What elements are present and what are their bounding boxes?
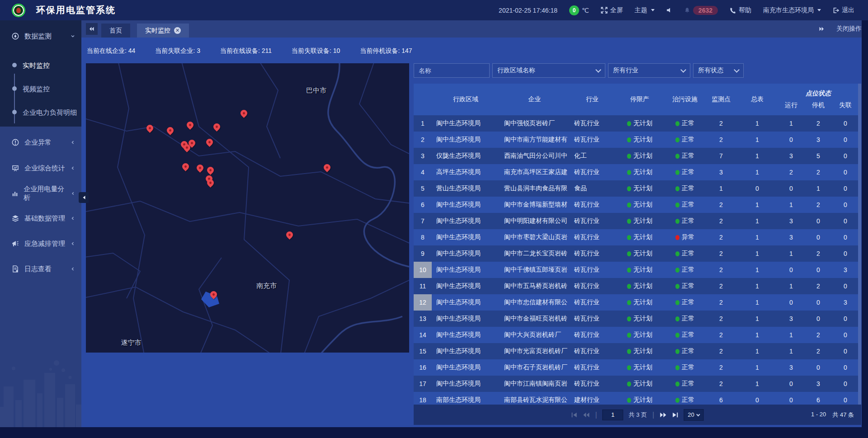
map-marker[interactable]	[207, 179, 214, 187]
table-scrollbar[interactable]	[858, 84, 861, 405]
page-size-select[interactable]: 20	[684, 409, 703, 421]
map-marker[interactable]	[206, 139, 213, 146]
status-dot-icon	[675, 154, 679, 159]
map-marker[interactable]	[241, 110, 248, 117]
sidebar-item-power-usage-analysis[interactable]: 企业用电量分析	[0, 184, 81, 203]
table-row[interactable]: 13 阆中生态环境局 阆中市金福旺页岩机砖 砖瓦行业 无计划 正常 2 1 3 …	[414, 311, 861, 327]
cell-points: 2	[705, 132, 737, 148]
table-row[interactable]: 12 阆中生态环境局 阆中市忠信建材有限公 砖瓦行业 无计划 正常 2 1 0 …	[414, 294, 861, 311]
map-marker[interactable]	[182, 163, 189, 170]
table-row[interactable]: 17 阆中生态环境局 阆中市江南镇阆南页岩 砖瓦行业 无计划 正常 2 1 0 …	[414, 376, 861, 392]
col-points[interactable]: 监测点	[705, 84, 737, 115]
map-canvas[interactable]: 巴中市南充市遂宁市	[86, 63, 409, 353]
map-marker[interactable]	[189, 140, 196, 147]
status-dot-icon	[627, 203, 631, 207]
status-dot-icon	[627, 137, 631, 142]
map-marker[interactable]	[167, 127, 174, 134]
mute-button[interactable]	[666, 7, 672, 13]
sidebar-item-emergency-reduction[interactable]: 应急减排管理	[0, 235, 81, 253]
table-row[interactable]: 10 阆中生态环境局 阆中千佛镇五郎垭页岩 砖瓦行业 无计划 正常 2 1 0 …	[414, 262, 861, 278]
temperature-badge: 0	[569, 5, 579, 15]
col-production[interactable]: 停限产	[615, 84, 665, 115]
row-index: 6	[414, 197, 432, 213]
chevron-left-icon	[71, 241, 75, 246]
sidebar-item-base-data-management[interactable]: 基础数据管理	[0, 209, 81, 227]
cell-running: 1	[778, 343, 805, 359]
map-marker[interactable]	[146, 125, 154, 132]
tab-home[interactable]: 首页	[101, 24, 130, 38]
table-row[interactable]: 11 阆中生态环境局 阆中市五马桥页岩机砖 砖瓦行业 无计划 正常 2 1 1 …	[414, 278, 861, 294]
cell-industry: 砖瓦行业	[570, 245, 615, 262]
map-marker[interactable]	[210, 291, 217, 298]
col-running[interactable]: 运行	[778, 101, 805, 109]
map-marker[interactable]	[324, 164, 331, 171]
table-row[interactable]: 2 阆中生态环境局 阆中市南方节能建材有 砖瓦行业 无计划 正常 2 1 0 3…	[414, 132, 861, 148]
tab-realtime-monitoring[interactable]: 实时监控 ✕	[137, 24, 189, 38]
table-row[interactable]: 18 南部生态环境局 南部县砖瓦水泥有限公 建材行业 无计划 正常 6 0 0 …	[414, 392, 861, 405]
exit-button[interactable]: 退出	[833, 6, 854, 14]
sidebar-item-data-monitoring[interactable]: 数据监测	[0, 27, 81, 45]
notification-count-badge: 2632	[693, 6, 718, 15]
cell-industry: 砖瓦行业	[570, 376, 615, 392]
theme-dropdown[interactable]: 主题	[635, 6, 655, 14]
map-marker[interactable]	[197, 165, 204, 172]
tabs-scroll-left-button[interactable]	[86, 23, 98, 35]
cell-meters: 0	[737, 180, 778, 197]
cell-lost: 0	[832, 115, 859, 132]
table-row[interactable]: 4 高坪生态环境局 南充市高坪区王家店建 砖瓦行业 无计划 正常 3 1 2 2…	[414, 164, 861, 180]
map-marker[interactable]	[207, 167, 214, 174]
sidebar-item-realtime-monitoring[interactable]: 实时监控	[23, 61, 50, 70]
col-region[interactable]: 行政区域	[432, 84, 500, 115]
help-button[interactable]: 帮助	[730, 6, 751, 14]
cell-facility-status: 正常	[665, 278, 705, 294]
table-row[interactable]: 7 阆中生态环境局 阆中明阳建材有限公司 砖瓦行业 无计划 正常 2 1 3 0…	[414, 213, 861, 229]
col-industry[interactable]: 行业	[570, 84, 615, 115]
map-marker[interactable]	[286, 231, 293, 239]
last-page-button[interactable]	[672, 412, 678, 418]
col-facility[interactable]: 治污设施	[665, 84, 705, 115]
cell-points: 1	[705, 180, 737, 197]
page-number-input[interactable]	[603, 410, 623, 420]
sidebar-item-log-viewer[interactable]: 日志查看	[0, 260, 81, 278]
table-row[interactable]: 15 阆中生态环境局 阆中市光富页岩机砖厂 砖瓦行业 无计划 正常 2 1 1 …	[414, 343, 861, 359]
sidebar-item-enterprise-anomaly[interactable]: 企业异常	[0, 133, 81, 151]
first-page-button[interactable]	[571, 412, 577, 418]
org-dropdown[interactable]: 南充市生态环境局	[763, 6, 821, 14]
prev-page-button[interactable]	[583, 412, 590, 418]
notifications[interactable]: 2632	[684, 6, 718, 15]
fullscreen-button[interactable]: 全屏	[601, 6, 623, 14]
table-row[interactable]: 8 阆中生态环境局 阆中市枣碧大梁山页岩 砖瓦行业 无计划 异常 2 1 3 0…	[414, 229, 861, 245]
table-row[interactable]: 5 营山生态环境局 营山县润丰肉食品有限 食品 无计划 正常 1 0 0 1 0	[414, 180, 861, 197]
sidebar-item-power-load-detail[interactable]: 企业电力负荷明细	[23, 108, 77, 117]
table-row[interactable]: 14 阆中生态环境局 阆中大兴页岩机砖厂 砖瓦行业 无计划 正常 2 1 1 2…	[414, 327, 861, 343]
next-page-button[interactable]	[660, 412, 666, 418]
table-row[interactable]: 1 阆中生态环境局 阆中强锐页岩砖厂 砖瓦行业 无计划 正常 2 1 1 2 0	[414, 115, 861, 132]
status-select[interactable]: 所有状态	[693, 63, 744, 78]
cell-stopped: 1	[805, 180, 832, 197]
status-dot-icon	[627, 186, 631, 191]
table-row[interactable]: 3 仪陇生态环境局 西南油气田分公司川中 化工 无计划 正常 7 1 3 5 0	[414, 148, 861, 164]
status-dot-icon	[675, 381, 679, 386]
cell-points: 2	[705, 197, 737, 213]
region-select[interactable]: 行政区域名称	[492, 63, 605, 78]
city-label: 巴中市	[306, 86, 326, 95]
col-lost[interactable]: 失联	[832, 101, 859, 109]
table-row[interactable]: 6 阆中生态环境局 阆中市金博瑞新型墙材 砖瓦行业 无计划 正常 2 1 1 2…	[414, 197, 861, 213]
table-row[interactable]: 16 阆中生态环境局 阆中市石子页岩机砖厂 砖瓦行业 无计划 正常 2 1 3 …	[414, 359, 861, 376]
sidebar-item-enterprise-statistics[interactable]: 企业综合统计	[0, 159, 81, 177]
table-row[interactable]: 9 阆中生态环境局 阆中市二龙长宝页岩砖 砖瓦行业 无计划 正常 2 1 1 2…	[414, 245, 861, 262]
name-search-input[interactable]	[414, 63, 490, 78]
col-meters[interactable]: 总表	[737, 84, 778, 115]
col-stopped[interactable]: 停机	[805, 101, 832, 109]
double-chevron-right-icon[interactable]	[818, 26, 825, 32]
cell-points: 2	[705, 262, 737, 278]
industry-select[interactable]: 所有行业	[608, 63, 690, 78]
tab-close-icon[interactable]: ✕	[174, 27, 181, 34]
map-marker[interactable]	[213, 123, 221, 131]
col-company[interactable]: 企业	[500, 84, 570, 115]
sidebar-collapse-button[interactable]	[79, 192, 89, 203]
sidebar-item-video-monitoring[interactable]: 视频监控	[23, 85, 50, 94]
cell-production-status: 无计划	[615, 278, 665, 294]
map-marker[interactable]	[187, 122, 194, 129]
close-operations-button[interactable]: 关闭操作	[836, 25, 862, 33]
